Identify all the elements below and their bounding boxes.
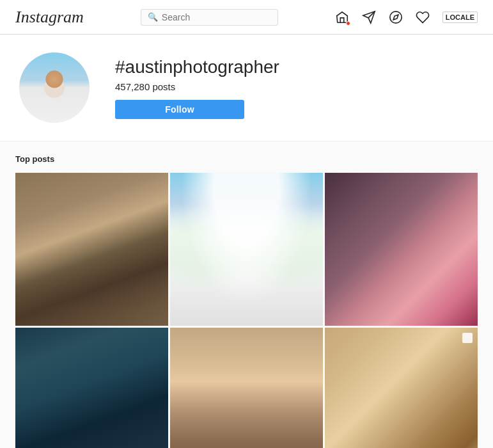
search-bar[interactable]: 🔍 xyxy=(141,9,278,26)
notification-dot xyxy=(346,21,350,26)
avatar xyxy=(19,52,90,123)
locale-button[interactable]: LOCALE xyxy=(442,12,478,23)
photo-grid xyxy=(15,173,478,448)
photo-2-overlay xyxy=(170,173,323,326)
svg-marker-3 xyxy=(393,15,398,20)
heart-icon[interactable] xyxy=(416,10,430,24)
photo-6-badge xyxy=(462,333,473,343)
profile-section: #austinphotographer 457,280 posts Follow xyxy=(0,35,493,141)
photo-2[interactable] xyxy=(170,173,323,326)
svg-point-2 xyxy=(390,11,402,22)
home-icon[interactable] xyxy=(335,10,349,24)
photo-6[interactable] xyxy=(325,328,478,448)
search-icon: 🔍 xyxy=(148,12,158,22)
post-count-label: posts xyxy=(152,81,175,92)
top-posts-label: Top posts xyxy=(15,154,478,164)
search-input[interactable] xyxy=(162,12,271,22)
profile-info: #austinphotographer 457,280 posts Follow xyxy=(115,57,279,119)
post-count-number: 457,280 xyxy=(115,81,150,92)
avatar-image xyxy=(19,52,90,123)
app-logo[interactable]: Instagram xyxy=(15,8,84,27)
navbar: Instagram 🔍 xyxy=(0,0,493,35)
nav-icons: LOCALE xyxy=(335,10,478,24)
send-icon[interactable] xyxy=(362,10,376,24)
hashtag-title: #austinphotographer xyxy=(115,57,279,77)
explore-icon[interactable] xyxy=(389,10,403,24)
photo-1[interactable] xyxy=(15,173,168,326)
photo-5[interactable] xyxy=(170,328,323,448)
follow-button[interactable]: Follow xyxy=(115,100,244,119)
post-count: 457,280 posts xyxy=(115,81,279,92)
content-area: Top posts xyxy=(0,141,493,448)
photo-3[interactable] xyxy=(325,173,478,326)
photo-4[interactable] xyxy=(15,328,168,448)
